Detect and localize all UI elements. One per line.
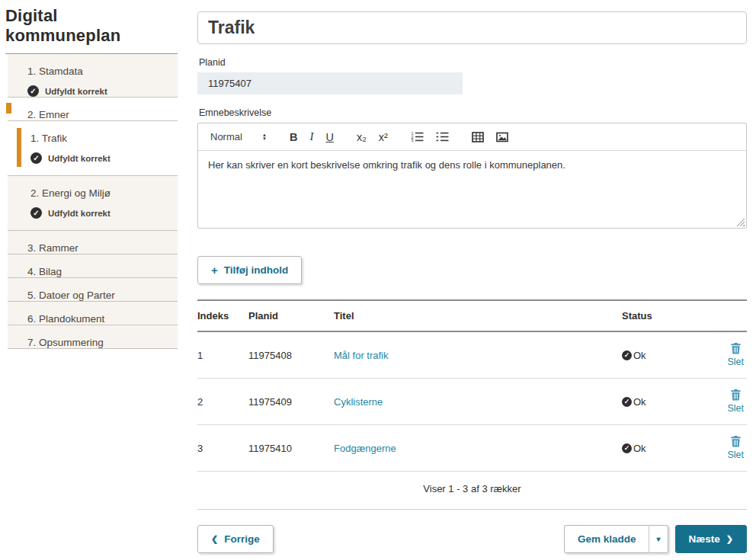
col-header-status: Status <box>622 310 703 322</box>
save-draft-dropdown-button[interactable]: ▾ <box>649 525 668 553</box>
row-title-link[interactable]: Mål for trafik <box>334 350 389 361</box>
check-circle-icon: ✓ <box>30 207 42 219</box>
rich-text-editor: Normal ▲▼ B I U x₂ x² 123 <box>197 123 747 229</box>
row-title-link[interactable]: Fodgængerne <box>334 443 396 454</box>
add-content-button[interactable]: + Tilføj indhold <box>197 256 302 284</box>
step-status: ✓ Udfyldt korrekt <box>30 207 171 219</box>
paragraph-format-select[interactable]: Normal ▲▼ <box>204 130 271 144</box>
digital-kommuneplan-app: Digital kommuneplan 1. Stamdata ✓ Udfyld… <box>0 0 756 560</box>
save-draft-button[interactable]: Gem kladde <box>564 525 649 553</box>
save-draft-split-button: Gem kladde ▾ <box>564 525 668 553</box>
chevron-right-icon: ❯ <box>726 534 733 544</box>
table-header-row: Indeks Planid Titel Status <box>197 299 747 332</box>
step-status: ✓ Udfyldt korrekt <box>27 85 168 97</box>
app-title: Digital kommuneplan <box>5 6 178 54</box>
italic-button[interactable]: I <box>303 128 319 146</box>
ordered-list-icon[interactable]: 123 <box>405 129 430 145</box>
description-textarea[interactable]: Her kan skriver en kort beskrivelse omkr… <box>198 151 746 228</box>
step-status: ✓ Udfyldt korrekt <box>30 152 171 164</box>
delete-link[interactable]: Slet <box>727 450 744 460</box>
row-actions: Slet <box>727 343 747 367</box>
sidebar-item-label: 1. Trafik <box>30 133 171 144</box>
cell-indeks: 3 <box>197 443 248 454</box>
trash-icon[interactable] <box>731 343 741 354</box>
bold-button[interactable]: B <box>284 129 303 146</box>
sidebar-item-label: 1. Stamdata <box>27 66 168 77</box>
table-row: 1 11975408 Mål for trafik ✓ Ok Slet <box>197 332 747 379</box>
sidebar-item-datoer-og-parter[interactable]: 5. Datoer og Parter <box>8 278 178 302</box>
sidebar-item-emner[interactable]: 2. Emner <box>8 98 178 121</box>
check-circle-icon: ✓ <box>27 85 39 97</box>
check-circle-icon: ✓ <box>30 152 42 164</box>
table-row: 2 11975409 Cyklisterne ✓ Ok Slet <box>197 379 747 425</box>
status-cell: ✓ Ok <box>622 396 703 408</box>
insert-table-icon[interactable] <box>466 130 490 145</box>
sidebar-item-label: 4. Bilag <box>27 266 168 277</box>
cell-indeks: 1 <box>197 350 248 361</box>
sidebar-item-label: 6. Plandokument <box>27 313 168 325</box>
underline-button[interactable]: U <box>319 129 339 146</box>
sidebar-item-label: 3. Rammer <box>27 242 168 254</box>
subscript-button[interactable]: x₂ <box>351 129 373 146</box>
next-label: Næste <box>689 533 720 545</box>
resize-handle[interactable] <box>736 218 745 226</box>
status-ok-icon: ✓ <box>622 397 632 407</box>
chevron-down-icon: ▾ <box>656 535 660 543</box>
status-text: Udfyldt korrekt <box>45 87 107 96</box>
cell-planid: 11975410 <box>248 443 334 454</box>
previous-button[interactable]: ❮ Forrige <box>197 525 274 553</box>
insert-image-icon[interactable] <box>490 130 514 145</box>
row-title-link[interactable]: Cyklisterne <box>334 396 383 408</box>
sidebar-item-label: 5. Datoer og Parter <box>27 290 168 301</box>
status-cell: ✓ Ok <box>622 443 703 454</box>
status-text: Udfyldt korrekt <box>48 209 111 218</box>
status-text: Ok <box>633 443 646 454</box>
sidebar-item-bilag[interactable]: 4. Bilag <box>8 254 178 278</box>
plan-steps-nav: 1. Stamdata ✓ Udfyldt korrekt 2. Emner 1… <box>8 54 178 349</box>
chevron-left-icon: ❮ <box>211 534 218 544</box>
col-header-indeks: Indeks <box>197 310 248 322</box>
sidebar-item-stamdata[interactable]: 1. Stamdata ✓ Udfyldt korrekt <box>8 54 178 98</box>
chevron-updown-icon: ▲▼ <box>262 133 267 141</box>
pagination-info: Viser 1 - 3 af 3 rækker <box>197 472 747 494</box>
footer-divider <box>197 509 747 510</box>
status-ok-icon: ✓ <box>622 350 632 360</box>
table-row: 3 11975410 Fodgængerne ✓ Ok Slet <box>197 425 747 472</box>
trash-icon[interactable] <box>731 436 741 447</box>
sidebar-item-opsummering[interactable]: 7. Opsummering <box>8 325 178 349</box>
editor-toolbar: Normal ▲▼ B I U x₂ x² 123 <box>198 123 746 151</box>
planid-label: Planid <box>199 57 747 68</box>
description-text: Her kan skriver en kort beskrivelse omkr… <box>208 159 736 171</box>
status-text: Udfyldt korrekt <box>48 154 111 163</box>
plus-icon: + <box>211 264 218 277</box>
emnebeskrivelse-label: Emnebeskrivelse <box>199 107 747 118</box>
delete-link[interactable]: Slet <box>727 357 744 367</box>
sidebar-item-label: 7. Opsummering <box>27 337 168 348</box>
format-value: Normal <box>210 131 242 142</box>
previous-label: Forrige <box>224 533 260 545</box>
trash-icon[interactable] <box>731 389 741 401</box>
cell-planid: 11975408 <box>248 350 334 361</box>
emne-title-input[interactable] <box>197 11 747 44</box>
cell-indeks: 2 <box>197 396 248 408</box>
next-button[interactable]: Næste ❯ <box>675 525 747 553</box>
planid-value-field: 11975407 <box>197 72 463 94</box>
add-content-label: Tilføj indhold <box>224 264 288 276</box>
row-actions: Slet <box>727 436 747 460</box>
sidebar-item-rammer[interactable]: 3. Rammer <box>8 231 178 254</box>
cell-planid: 11975409 <box>248 396 334 408</box>
sidebar-item-label: 2. Energi og Miljø <box>30 187 171 199</box>
status-ok-icon: ✓ <box>622 443 632 453</box>
delete-link[interactable]: Slet <box>727 403 744 414</box>
row-actions: Slet <box>727 389 747 414</box>
footer-actions: ❮ Forrige Gem kladde ▾ Næste ❯ <box>197 525 747 553</box>
sidebar-item-plandokument[interactable]: 6. Plandokument <box>8 302 178 325</box>
sidebar-item-trafik[interactable]: 1. Trafik ✓ Udfyldt korrekt <box>8 121 178 176</box>
col-header-planid: Planid <box>248 310 334 322</box>
svg-text:3: 3 <box>411 138 413 142</box>
unordered-list-icon[interactable] <box>430 129 455 145</box>
sidebar: Digital kommuneplan 1. Stamdata ✓ Udfyld… <box>0 0 178 560</box>
status-cell: ✓ Ok <box>622 350 703 361</box>
sidebar-item-energi-og-miljo[interactable]: 2. Energi og Miljø ✓ Udfyldt korrekt <box>8 176 178 231</box>
superscript-button[interactable]: x² <box>373 129 394 146</box>
